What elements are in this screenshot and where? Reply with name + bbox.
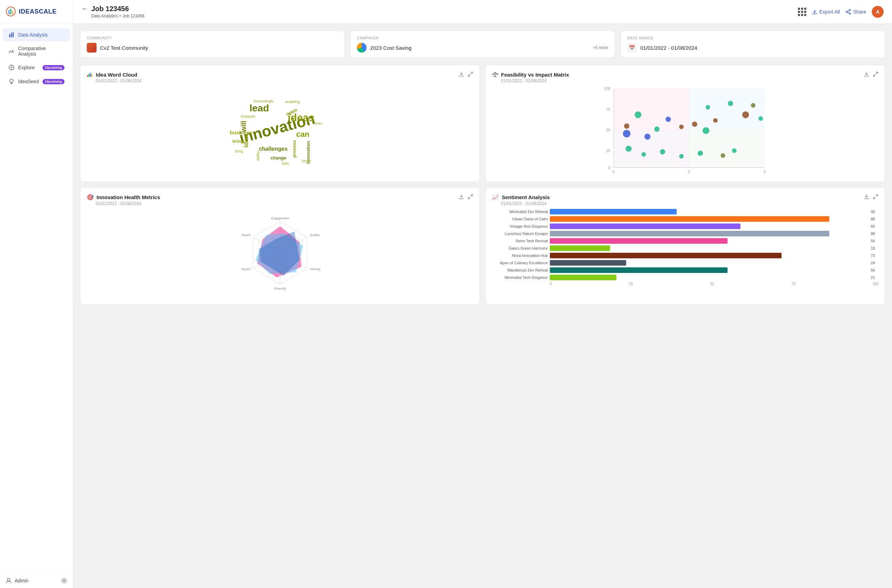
health-expand-btn[interactable] (468, 194, 473, 201)
share-button[interactable]: Share (846, 9, 866, 15)
bar-value: 56 (871, 239, 878, 243)
feasibility-download-btn[interactable] (864, 71, 869, 78)
svg-point-16 (10, 79, 13, 82)
svg-text:2: 2 (688, 170, 690, 174)
sidebar-item-comparative-analysis[interactable]: Comparative Analysis (3, 42, 70, 60)
health-download-btn[interactable] (459, 194, 464, 201)
word-cloud-download-btn[interactable] (459, 71, 464, 78)
bar-value: 60 (871, 224, 878, 228)
community-value-row: Cv2 Test Community (87, 43, 338, 52)
svg-point-81 (645, 134, 651, 140)
bar-fill (550, 245, 610, 251)
sentiment-date: 01/01/2022 - 01/08/2024 (501, 201, 550, 206)
svg-point-77 (698, 151, 703, 156)
sidebar-footer: Admin (0, 573, 73, 588)
svg-point-73 (626, 146, 631, 152)
word-cloud-actions (459, 71, 473, 78)
svg-text:Diversity: Diversity (274, 287, 286, 290)
svg-text:ones: ones (314, 122, 322, 125)
svg-point-87 (692, 122, 697, 127)
filter-row: Community Cv2 Test Community Campaign 20… (80, 31, 885, 58)
svg-point-79 (732, 148, 737, 153)
bar-fill (550, 216, 829, 222)
expand-icon (873, 71, 878, 77)
svg-text:increasingly: increasingly (253, 99, 274, 103)
svg-point-8 (11, 33, 12, 34)
svg-point-93 (742, 111, 749, 118)
svg-rect-56 (689, 88, 764, 130)
sidebar-item-explore[interactable]: Explore Upcoming (3, 61, 70, 74)
topbar-left: ← Job 123456 Data Analytics > Job 123456 (81, 5, 144, 18)
bar-fill (550, 267, 728, 273)
health-metrics-title: Innovation Health Metrics (96, 194, 160, 200)
sidebar-item-data-analysis[interactable]: Data Analysis (3, 28, 70, 41)
bar-fill (550, 231, 829, 236)
community-value: Cv2 Test Community (100, 45, 148, 51)
health-metrics-card: 🎯 Innovation Health Metrics 01/01/2022 -… (80, 187, 480, 304)
svg-text:Impact: Impact (241, 267, 251, 271)
bar-fill (550, 224, 740, 229)
svg-text:business: business (230, 129, 252, 135)
sidebar-user-label: Admin (15, 578, 29, 584)
word-cloud-expand-btn[interactable] (468, 71, 473, 78)
bar-label: Wanderlust Zen Retreat (492, 268, 548, 272)
page-title: Job 123456 (91, 5, 129, 13)
sidebar-item-label-data-analysis: Data Analysis (18, 32, 48, 38)
expand-icon (468, 71, 473, 77)
sidebar-item-label-ideaseed: IdeaSeed (18, 79, 39, 84)
svg-point-90 (705, 105, 710, 110)
svg-text:ability: ability (256, 151, 260, 161)
sidebar-item-ideaseed[interactable]: IdeaSeed Upcoming (3, 75, 70, 88)
sentiment-title-section: 📈 Sentiment Analysis 01/01/2022 - 01/08/… (492, 194, 550, 206)
bar-value: 21 (871, 275, 878, 279)
feasibility-expand-btn[interactable] (873, 71, 878, 78)
bar-track (550, 245, 867, 251)
bar-label: Nova Innovation Hub (492, 254, 548, 258)
ideaseed-badge: Upcoming (42, 79, 65, 84)
bar-track (550, 253, 867, 258)
gear-icon[interactable] (61, 578, 67, 584)
breadcrumb-root: Data Analytics (91, 14, 118, 18)
svg-text:lead: lead (249, 103, 269, 114)
bar-value: 88 (871, 217, 878, 221)
bar-value: 19 (871, 246, 878, 250)
feasibility-chart: 100 75 50 25 0 0 2 4 (492, 85, 878, 175)
svg-text:idea: idea (242, 135, 250, 148)
export-button[interactable]: Export All (812, 9, 840, 15)
bar-chart-icon (87, 71, 93, 78)
bar-fill (550, 209, 677, 214)
sentiment-expand-btn[interactable] (873, 194, 878, 201)
svg-point-75 (660, 149, 665, 154)
bar-row: Retro Tech Revival56 (492, 238, 878, 244)
explore-badge: Upcoming (42, 65, 65, 70)
export-label: Export All (820, 9, 840, 15)
axis-label: 50 (710, 282, 714, 286)
back-button[interactable]: ← (81, 5, 88, 12)
user-icon (6, 578, 12, 584)
sentiment-actions (864, 194, 878, 201)
axis-label: 25 (629, 282, 633, 286)
campaign-value: 2023 Cost Saving (370, 45, 411, 51)
download-icon (864, 194, 869, 200)
bar-fill (550, 238, 728, 244)
scale-icon (492, 71, 498, 78)
svg-point-88 (635, 111, 641, 118)
word-cloud-visual: innovation ideas lead can will idea chal… (87, 85, 473, 175)
sentiment-header: 📈 Sentiment Analysis 01/01/2022 - 01/08/… (492, 194, 878, 206)
bar-row: Minimalist Zen Retreat40 (492, 209, 878, 214)
svg-point-89 (713, 118, 718, 123)
health-metrics-title-row: 🎯 Innovation Health Metrics (87, 194, 160, 201)
campaign-more: +5 more (593, 45, 608, 50)
svg-point-92 (751, 103, 755, 108)
bar-track (550, 260, 867, 266)
bar-label: Apex of Culinary Excellence (492, 261, 548, 265)
health-metrics-title-section: 🎯 Innovation Health Metrics 01/01/2022 -… (87, 194, 160, 206)
grid-icon[interactable] (798, 8, 806, 16)
svg-text:Velocity: Velocity (310, 267, 321, 271)
bar-track (550, 274, 867, 280)
svg-text:Reach: Reach (241, 233, 250, 237)
sentiment-download-btn[interactable] (864, 194, 869, 201)
word-cloud-title: Idea Word Cloud (96, 72, 137, 78)
sidebar: IDEASCALE Data Analysis Comparative Anal… (0, 0, 73, 588)
data-analysis-icon (8, 32, 15, 38)
